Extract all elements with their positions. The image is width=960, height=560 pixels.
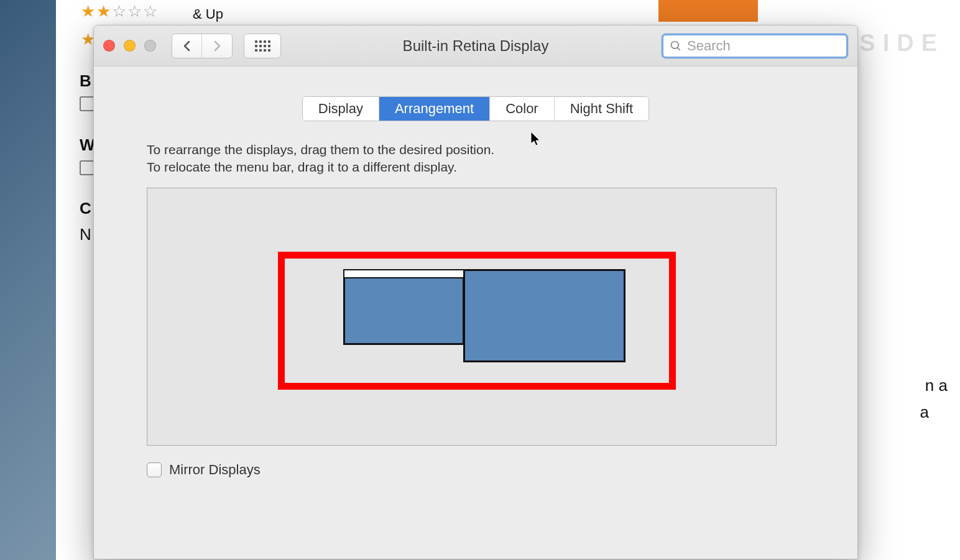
window-title: Built-in Retina Display	[403, 37, 549, 55]
svg-line-1	[678, 47, 680, 50]
background-label: C	[80, 199, 91, 218]
chevron-left-icon	[183, 40, 192, 52]
minimize-button[interactable]	[124, 40, 136, 52]
tab-bar: Display Arrangement Color Night Shift	[113, 96, 839, 121]
system-preferences-window: Built-in Retina Display Display Arrangem…	[93, 25, 858, 559]
window-content: Display Arrangement Color Night Shift To…	[94, 67, 857, 478]
star-icon: ★	[81, 3, 95, 19]
background-label: W	[80, 135, 95, 155]
mirror-displays-row: Mirror Displays	[113, 462, 839, 478]
svg-point-0	[672, 41, 679, 48]
display-primary[interactable]	[343, 269, 464, 345]
maximize-button[interactable]	[144, 40, 156, 52]
show-all-button[interactable]	[244, 34, 281, 58]
mirror-displays-checkbox[interactable]	[147, 462, 162, 477]
display-menubar-handle[interactable]	[344, 270, 463, 278]
instruction-line-1: To rearrange the displays, drag them to …	[147, 141, 839, 158]
display-arrangement-area[interactable]	[147, 188, 777, 446]
search-input[interactable]	[687, 38, 840, 54]
background-checkbox	[80, 96, 95, 111]
background-orange-banner	[658, 0, 758, 22]
grid-icon	[255, 40, 270, 52]
back-button[interactable]	[172, 34, 202, 58]
background-wallpaper-strip	[0, 0, 56, 560]
mirror-displays-label: Mirror Displays	[169, 462, 261, 478]
arrangement-instructions: To rearrange the displays, drag them to …	[113, 141, 839, 177]
window-titlebar: Built-in Retina Display	[94, 25, 857, 67]
window-controls	[103, 40, 156, 52]
instruction-line-2: To relocate the menu bar, drag it to a d…	[147, 158, 839, 176]
background-label: N	[80, 225, 91, 244]
background-checkbox	[80, 160, 95, 175]
close-button[interactable]	[103, 40, 115, 52]
star-icon: ★	[96, 3, 111, 19]
chevron-right-icon	[213, 40, 221, 52]
star-icon: ☆	[112, 3, 126, 19]
search-icon	[670, 40, 682, 52]
background-text: a	[920, 403, 929, 422]
star-icon: ☆	[127, 3, 142, 19]
background-label: B	[80, 71, 91, 91]
tab-display[interactable]: Display	[303, 97, 379, 121]
nav-button-group	[172, 34, 233, 58]
display-secondary[interactable]	[463, 269, 625, 362]
background-rating-suffix: & Up	[193, 6, 223, 22]
forward-button[interactable]	[202, 34, 232, 58]
tab-night-shift[interactable]: Night Shift	[555, 97, 649, 121]
background-text: n a	[925, 376, 948, 395]
star-icon: ☆	[143, 3, 157, 19]
search-field[interactable]	[662, 34, 848, 58]
tab-arrangement[interactable]: Arrangement	[379, 97, 490, 121]
background-rating-stars: ★ ★ ☆ ☆ ☆	[81, 3, 157, 19]
tab-group: Display Arrangement Color Night Shift	[302, 96, 649, 121]
tab-color[interactable]: Color	[490, 97, 555, 121]
